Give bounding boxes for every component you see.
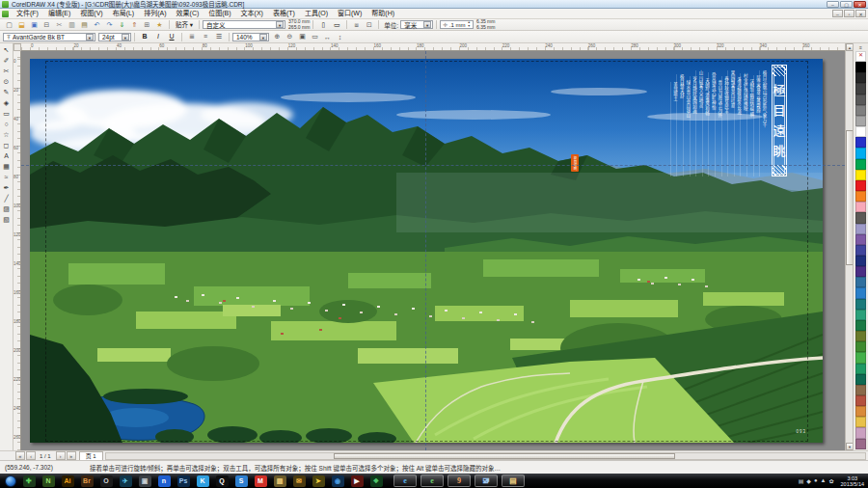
font-size-combo[interactable]: 24pt▾	[98, 33, 131, 41]
palette-swatch[interactable]	[855, 406, 866, 417]
save-button[interactable]: ▣	[29, 20, 40, 30]
taskbar-window-computer[interactable]: 🖳	[475, 474, 498, 487]
nudge-offset-field[interactable]: ✛ .1 mm ▲▼	[440, 20, 474, 29]
taskbar-icon-photos[interactable]: ▣	[139, 475, 151, 487]
horizontal-scroll-thumb[interactable]	[334, 453, 675, 459]
page-back-button[interactable]: ‹	[26, 451, 36, 460]
taskbar-icon-notes[interactable]: N	[42, 475, 55, 487]
page-back-button[interactable]: «	[15, 451, 25, 460]
palette-swatch[interactable]	[855, 126, 866, 137]
doc-close-button[interactable]: ✕	[855, 10, 866, 17]
menu-item-6[interactable]: 位图(B)	[203, 9, 235, 18]
interactive-fill-tool[interactable]: ▧	[1, 214, 13, 225]
table-tool[interactable]: ▦	[1, 161, 13, 172]
current-page-icon[interactable]: ⊡	[364, 20, 374, 30]
taskbar-window-browser[interactable]: e	[420, 474, 444, 487]
taskbar-window-ie[interactable]: e	[393, 474, 417, 487]
export-button[interactable]: ⇑	[129, 20, 140, 30]
pick-tool[interactable]: ↖	[1, 44, 13, 55]
taskbar-icon-player[interactable]: ▶	[351, 475, 364, 487]
page-forward-button[interactable]: ›	[56, 451, 66, 460]
doc-restore-button[interactable]: ▫	[844, 10, 854, 17]
eyedropper-tool[interactable]: ✒	[1, 182, 13, 193]
outline-tool[interactable]: ╱	[1, 193, 13, 203]
smart-fill-tool[interactable]: ◈	[1, 97, 13, 108]
taskbar-icon-security[interactable]: ✚	[23, 475, 36, 487]
vertical-scrollbar[interactable]: ▲ ▼	[845, 43, 853, 450]
palette-swatch[interactable]	[855, 427, 866, 438]
underline-button[interactable]: U	[166, 31, 177, 42]
font-family-combo[interactable]: Ŧ AvantGarde Bk BT▾	[3, 33, 95, 41]
palette-swatch[interactable]	[855, 287, 866, 298]
page-forward-button[interactable]: »	[67, 451, 76, 460]
app-launcher-button[interactable]: ⊞	[142, 20, 152, 30]
taskbar-icon-bird[interactable]: ➤	[312, 475, 325, 487]
menu-item-2[interactable]: 视图(V)	[75, 9, 107, 18]
paste-button[interactable]: ▤	[79, 20, 90, 30]
zoom-in-button[interactable]: ⊕	[272, 32, 283, 41]
palette-swatch[interactable]	[855, 331, 866, 341]
taskbar-window-9[interactable]: 9	[448, 474, 471, 487]
taskbar-icon-folder[interactable]: ▤	[274, 475, 286, 487]
drawing-canvas[interactable]: 极目远眺山河形胜气象万千层峦叠翠云蒸霞蔚沃野平畴阡陌纵横村舍俨然绿树掩映溪流蜿蜒…	[21, 51, 845, 450]
chevron-down-icon[interactable]: ▾	[276, 21, 284, 28]
menu-item-7[interactable]: 文本(X)	[236, 9, 268, 18]
palette-swatch[interactable]	[855, 95, 866, 105]
import-button[interactable]: ⇓	[117, 20, 127, 30]
portrait-button[interactable]: ▯	[317, 19, 329, 31]
print-button[interactable]: ⊟	[41, 20, 52, 30]
horizontal-guide[interactable]	[21, 165, 845, 166]
bold-button[interactable]: B	[139, 31, 150, 42]
palette-swatch[interactable]	[855, 180, 866, 191]
palette-swatch[interactable]	[855, 417, 866, 427]
all-pages-icon[interactable]: ⧈	[351, 20, 362, 30]
chevron-down-icon[interactable]: ▾	[122, 34, 129, 41]
taskbar-icon-kugou[interactable]: K	[197, 475, 209, 487]
welcome-button[interactable]: ★	[154, 20, 165, 30]
shape-tool[interactable]: ✐	[1, 55, 13, 66]
maximize-button[interactable]: ▢	[840, 1, 853, 8]
palette-swatch[interactable]	[855, 266, 866, 277]
menu-item-11[interactable]: 帮助(H)	[366, 9, 399, 18]
chevron-down-icon[interactable]: ▾	[423, 21, 431, 28]
doc-minimize-button[interactable]: –	[832, 10, 843, 17]
paragraph-button-0[interactable]: ≣	[186, 31, 198, 42]
taskbar-window-explorer[interactable]: ▤	[502, 474, 525, 487]
ruler-origin[interactable]	[14, 43, 21, 51]
basic-shapes-tool[interactable]: ◻	[1, 140, 13, 150]
minimize-button[interactable]: –	[827, 1, 839, 8]
palette-swatch[interactable]	[855, 202, 866, 212]
units-combo[interactable]: 毫米▾	[400, 20, 433, 29]
palette-swatch[interactable]	[855, 310, 866, 320]
tray-icon-2[interactable]: ●	[814, 477, 818, 484]
cut-button[interactable]: ✂	[54, 20, 65, 30]
fill-tool[interactable]: ▨	[1, 203, 13, 214]
palette-swatch[interactable]: ✕	[855, 51, 866, 62]
taskbar-icon-illustrator[interactable]: Ai	[62, 475, 74, 487]
duplicate-distance-fields[interactable]: 6.35 mm 6.35 mm	[476, 19, 495, 30]
start-button[interactable]	[5, 475, 16, 487]
palette-swatch[interactable]	[855, 352, 866, 363]
palette-swatch[interactable]	[855, 224, 866, 234]
palette-swatch[interactable]	[855, 191, 866, 202]
taskbar-clock[interactable]: 3:03 2013/5/14	[841, 475, 864, 487]
zoom-selected-button[interactable]: ▣	[297, 32, 308, 41]
zoom-page-width-button[interactable]: ↔	[322, 32, 333, 41]
page-tab[interactable]: 页 1	[79, 451, 103, 461]
palette-swatch[interactable]	[855, 299, 866, 310]
crop-tool[interactable]: ✂	[1, 66, 13, 76]
menu-item-9[interactable]: 工具(O)	[300, 9, 333, 18]
text-tool[interactable]: A	[1, 150, 13, 161]
paper-size-fields[interactable]: 370.0 mm 265.0 mm	[288, 19, 310, 30]
tray-icon-1[interactable]: ◆	[806, 477, 811, 484]
zoom-page-height-button[interactable]: ↕	[335, 32, 345, 41]
zoom-out-button[interactable]: ⊖	[285, 32, 295, 41]
tray-icon-0[interactable]: ▤	[799, 477, 804, 484]
palette-swatch[interactable]	[855, 245, 866, 256]
blend-tool[interactable]: ≈	[1, 172, 13, 182]
palette-swatch[interactable]	[855, 320, 866, 331]
palette-swatch[interactable]	[855, 170, 866, 180]
menu-item-3[interactable]: 布局(L)	[108, 9, 140, 18]
close-button[interactable]: ✕	[854, 1, 866, 8]
taskbar-icon-sogou[interactable]: S	[235, 475, 248, 487]
